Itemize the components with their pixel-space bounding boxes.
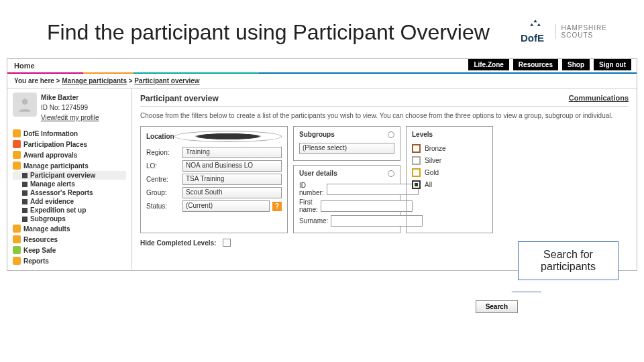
- level-gold[interactable]: Gold: [412, 168, 487, 177]
- lo-select[interactable]: NOA and Business LO: [182, 160, 282, 172]
- page-title: Participant overview: [140, 94, 219, 103]
- breadcrumb-l1[interactable]: Manage participants: [62, 77, 127, 84]
- top-link-shop[interactable]: Shop: [562, 59, 590, 70]
- subnav-subgroups[interactable]: Subgroups: [13, 215, 126, 223]
- level-silver[interactable]: Silver: [412, 156, 487, 165]
- hide-completed-checkbox[interactable]: [223, 239, 231, 247]
- subnav-add-evidence[interactable]: Add evidence: [13, 197, 126, 206]
- svg-point-1: [22, 99, 28, 105]
- callout-tail: [512, 278, 542, 292]
- scouts-logo: HAMPSHIRE SCOUTS: [555, 24, 607, 39]
- nav-dofe-info[interactable]: DofE Information: [13, 128, 126, 139]
- radio-userdetails[interactable]: [388, 170, 394, 177]
- region-select[interactable]: Training: [182, 147, 282, 158]
- nav-keep-safe[interactable]: Keep Safe: [13, 245, 126, 255]
- subgroup-select[interactable]: (Please select): [299, 143, 394, 154]
- callout-box: Search for participants: [518, 241, 619, 280]
- dofe-logo-icon: DofE: [521, 17, 550, 46]
- radio-subgroups[interactable]: [388, 131, 394, 138]
- nav-resources[interactable]: Resources: [13, 234, 126, 245]
- top-link-resources[interactable]: Resources: [513, 59, 558, 70]
- svg-text:DofE: DofE: [521, 32, 544, 44]
- nav-manage-participants[interactable]: Manage participants: [13, 160, 126, 171]
- nav-manage-adults[interactable]: Manage adults: [13, 223, 126, 234]
- user-block: Mike Baxter ID No: 1274599 View/edit my …: [13, 93, 126, 123]
- breadcrumb-l2[interactable]: Participant overview: [134, 77, 199, 84]
- breadcrumb: You are here > Manage participants > Par…: [7, 74, 637, 88]
- status-select[interactable]: (Current): [182, 200, 270, 212]
- subnav-assessors-reports[interactable]: Assessor's Reports: [13, 188, 126, 197]
- top-link-lifezone[interactable]: Life.Zone: [468, 59, 508, 70]
- content-description: Choose from the filters below to create …: [140, 107, 629, 126]
- subnav-manage-alerts[interactable]: Manage alerts: [13, 180, 126, 188]
- level-all[interactable]: All: [412, 180, 487, 189]
- avatar-icon: [13, 93, 37, 117]
- logo-block: DofE HAMPSHIRE SCOUTS: [521, 17, 607, 46]
- subnav-expedition-setup[interactable]: Expedition set up: [13, 206, 126, 215]
- topbar: Home Life.Zone Resources Shop Sign out: [7, 59, 637, 74]
- filter-userdetails: User details ID number: First name: Surn…: [293, 165, 400, 233]
- filter-location: Location Region:Training LO:NOA and Busi…: [140, 126, 288, 233]
- id-input[interactable]: [327, 184, 419, 195]
- nav-reports[interactable]: Reports: [13, 255, 126, 266]
- group-select[interactable]: Scout South: [182, 187, 282, 198]
- help-icon[interactable]: ?: [272, 202, 282, 211]
- subnav-participant-overview[interactable]: Participant overview: [13, 171, 126, 180]
- radio-location[interactable]: [174, 131, 282, 142]
- sidebar: Mike Baxter ID No: 1274599 View/edit my …: [7, 88, 131, 270]
- top-link-signout[interactable]: Sign out: [594, 59, 631, 70]
- communications-link[interactable]: Communications: [569, 94, 629, 103]
- firstname-input[interactable]: [321, 200, 413, 212]
- search-button[interactable]: Search: [476, 300, 518, 313]
- filter-levels: Levels Bronze Silver Gold All: [406, 126, 493, 233]
- app-frame: Home Life.Zone Resources Shop Sign out Y…: [7, 58, 637, 271]
- level-bronze[interactable]: Bronze: [412, 144, 487, 153]
- nav-participation-places[interactable]: Participation Places: [13, 139, 126, 149]
- home-tab[interactable]: Home: [7, 59, 42, 72]
- nav-award-approvals[interactable]: Award approvals: [13, 149, 126, 160]
- centre-select[interactable]: TSA Training: [182, 174, 282, 185]
- filter-subgroups: Subgroups (Please select): [293, 126, 400, 161]
